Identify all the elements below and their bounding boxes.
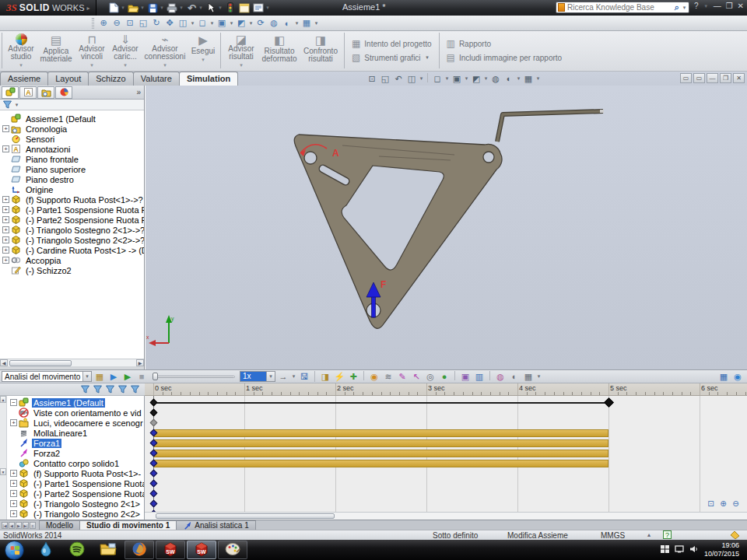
- doc-restore-icon[interactable]: ❐: [720, 73, 731, 83]
- ribbon-advisor-risultati-button[interactable]: ◪Advisorrisultati▾: [223, 32, 259, 69]
- tree-item[interactable]: +(-) Cardine Ruota Post<1> -> (Default<: [0, 245, 144, 255]
- camera-icon[interactable]: ◐: [508, 370, 521, 383]
- expand-toggle[interactable]: +: [2, 216, 9, 223]
- timeline-change-bar[interactable]: [153, 450, 608, 457]
- help-icon[interactable]: ?: [694, 2, 699, 10]
- scroll-thumb[interactable]: [9, 360, 72, 366]
- timeline-key-icon[interactable]: [149, 399, 157, 407]
- timeline-change-bar[interactable]: [153, 439, 608, 447]
- expand-toggle[interactable]: +: [10, 470, 17, 477]
- volume-icon[interactable]: [689, 545, 699, 555]
- save-animation-icon[interactable]: 🖫: [298, 370, 310, 383]
- taskbar-spotify-button[interactable]: [62, 541, 92, 559]
- tree-item[interactable]: +(-) Triangolo Sostegno 2<2>->? (Default…: [0, 235, 144, 245]
- quick-tips-icon[interactable]: ?: [663, 530, 672, 539]
- tree-item[interactable]: Sensori: [0, 134, 144, 144]
- next-tab-icon[interactable]: ▶: [16, 522, 22, 529]
- ribbon-confronto-risultati-button[interactable]: ◨Confrontorisultati: [300, 32, 342, 69]
- play-from-start-icon[interactable]: ▶: [107, 370, 120, 383]
- motion-tree-item[interactable]: Contatto corpo solido1: [8, 458, 144, 468]
- ribbon-advisor-connessioni-button[interactable]: ⌁Advisorconnessioni▾: [142, 32, 188, 69]
- doc-close-icon[interactable]: ✕: [733, 73, 745, 83]
- filter-selected-icon[interactable]: [117, 384, 128, 394]
- motion-tree-item[interactable]: MollaLineare1: [8, 428, 144, 438]
- tree-item[interactable]: Origine: [0, 184, 144, 194]
- motion-tree-item[interactable]: Forza2: [8, 448, 144, 458]
- restore-button[interactable]: ❐: [726, 2, 733, 10]
- expand-toggle[interactable]: +: [2, 196, 9, 203]
- tab-layout[interactable]: Layout: [47, 72, 89, 86]
- animation-wizard-icon[interactable]: ◨: [319, 370, 331, 383]
- prev-tab-icon[interactable]: ◀: [9, 522, 15, 529]
- taskbar-paint-button[interactable]: [218, 541, 247, 559]
- new-document-dropdown-icon[interactable]: ▾: [120, 5, 125, 11]
- timeline-ruler[interactable]: 0 sec1 sec2 sec3 sec4 sec5 sec6 sec: [145, 383, 747, 396]
- motion-tree-item[interactable]: +(f) Supporto Ruota Post<1>-: [8, 468, 144, 478]
- featuremanager-tree-tab[interactable]: [2, 86, 19, 99]
- tree-item[interactable]: +AAnnotazioni: [0, 144, 144, 154]
- ribbon-includi-immagine-button[interactable]: ▤Includi immagine per rapporto: [447, 52, 563, 63]
- options-dropdown-icon[interactable]: ▾: [265, 5, 270, 11]
- expand-toggle[interactable]: +: [2, 257, 9, 264]
- zoom-fit-icon[interactable]: ⊡: [366, 72, 378, 85]
- tree-item[interactable]: Piano superiore: [0, 164, 144, 174]
- apply-scene-icon[interactable]: ◐: [281, 17, 293, 30]
- timeline-key-icon[interactable]: [149, 500, 157, 508]
- search-input[interactable]: [567, 3, 672, 12]
- last-tab-icon[interactable]: ▶|: [23, 522, 29, 529]
- timeline-zoom-fit-icon[interactable]: ⊡: [706, 499, 716, 509]
- motor-icon[interactable]: ◉: [368, 370, 381, 383]
- damper-icon[interactable]: ✎: [396, 370, 409, 383]
- apply-scene-dropdown-icon[interactable]: ▾: [516, 75, 521, 82]
- save-icon[interactable]: [146, 2, 159, 14]
- slider-thumb[interactable]: [153, 373, 158, 380]
- hide-show-items-icon[interactable]: ◩: [235, 17, 247, 30]
- force-icon[interactable]: ↖: [410, 370, 423, 383]
- doc-new-window-icon[interactable]: ▭: [680, 73, 692, 83]
- filter-driving-icon[interactable]: [105, 384, 115, 394]
- expand-toggle[interactable]: +: [10, 419, 17, 426]
- edit-appearance-icon[interactable]: ◍: [268, 17, 280, 30]
- timeline-key-icon[interactable]: [149, 490, 157, 498]
- play-icon[interactable]: ▶: [121, 370, 134, 383]
- motion-tree-item[interactable]: Forza1: [8, 438, 144, 448]
- toolbar-grip[interactable]: [92, 18, 94, 29]
- ribbon-strumenti-grafici-button[interactable]: ▧Strumenti grafici▾: [352, 52, 432, 63]
- tab-schizzo[interactable]: Schizzo: [88, 72, 134, 86]
- refresh-icon[interactable]: ⟳: [254, 17, 267, 30]
- configurationmanager-tab[interactable]: [37, 86, 54, 99]
- search-icon[interactable]: ⌕: [675, 2, 679, 12]
- print-icon[interactable]: [166, 2, 178, 14]
- motion-tree-item[interactable]: +(-) Triangolo Sostegno 2<1>: [8, 499, 144, 509]
- autokey-icon[interactable]: ⚡: [333, 370, 345, 383]
- hide-show-items-dropdown-icon[interactable]: ▾: [248, 20, 254, 26]
- tree-filter-dropdown-icon[interactable]: ▾: [14, 102, 19, 108]
- options-icon[interactable]: [252, 2, 265, 14]
- motion-tree-item[interactable]: +(-) Parte2 Sospensione Ruota: [8, 488, 144, 499]
- study-type-select[interactable]: Analisi del movimento ▾: [2, 371, 92, 382]
- view-orientation-icon[interactable]: ◻: [431, 72, 444, 85]
- scroll-down-icon[interactable]: ▼: [0, 468, 6, 475]
- timeline-rows[interactable]: ⊡ ⊕ ⊖: [145, 396, 747, 520]
- timeline-zoom-in-icon[interactable]: ⊕: [718, 499, 728, 509]
- taskbar-solidworks-button[interactable]: SW: [156, 541, 185, 559]
- feature-tree-hscrollbar[interactable]: ◀ ▶: [0, 359, 144, 366]
- graph-filters-icon[interactable]: ▦: [522, 370, 535, 383]
- panel-overflow-icon[interactable]: »: [136, 88, 141, 96]
- menu-expand-icon[interactable]: ▸: [86, 5, 89, 12]
- expand-toggle[interactable]: +: [2, 206, 9, 213]
- tree-filter-icon[interactable]: [2, 100, 12, 110]
- tab-assieme[interactable]: Assieme: [0, 72, 48, 86]
- zoom-to-area-icon[interactable]: ◱: [137, 17, 149, 30]
- units-selector[interactable]: MMGS: [601, 531, 625, 540]
- propertymanager-tab[interactable]: A: [19, 86, 37, 99]
- tree-item[interactable]: +(-) Parte1 Sospensione Ruota Post<1> ->…: [0, 205, 144, 215]
- tree-item[interactable]: +(f) Supporto Ruota Post<1>->? (Default<: [0, 194, 144, 205]
- apply-scene-dropdown-icon[interactable]: ▾: [294, 20, 300, 26]
- motion-tree-item[interactable]: +Luci, videocamere e scenogr: [8, 418, 144, 428]
- scroll-up-icon[interactable]: ▲: [0, 396, 6, 403]
- open-icon[interactable]: [127, 2, 139, 14]
- expand-toggle[interactable]: +: [2, 236, 9, 243]
- view-settings-dropdown-icon[interactable]: ▾: [314, 20, 319, 26]
- section-view-dropdown-icon[interactable]: ▾: [190, 20, 195, 26]
